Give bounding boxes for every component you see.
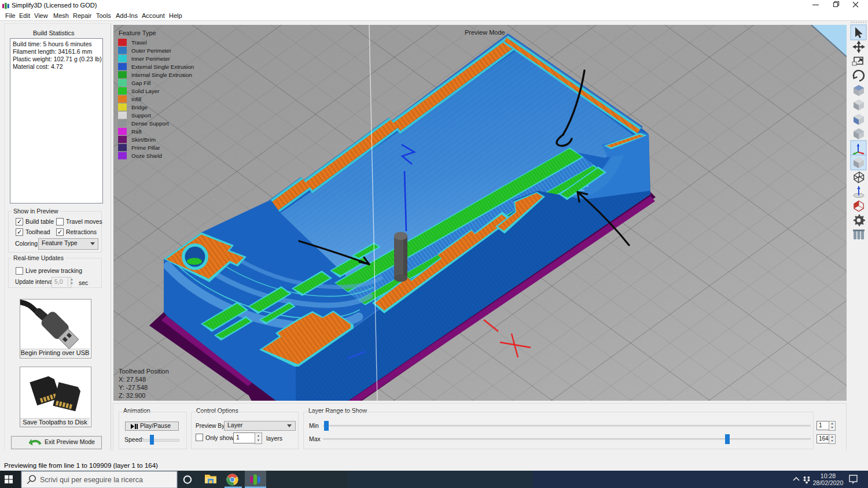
svg-text:Prime Pillar: Prime Pillar <box>131 145 160 151</box>
svg-text:Support: Support <box>131 112 151 119</box>
svg-text:Solid Layer: Solid Layer <box>131 88 160 94</box>
svg-text:Gap Fill: Gap Fill <box>131 80 150 86</box>
svg-text:X: 27.548: X: 27.548 <box>119 376 146 383</box>
svg-text:Inner Perimeter: Inner Perimeter <box>131 56 171 62</box>
svg-text:Scrivi qui per eseguire la ric: Scrivi qui per eseguire la ricerca <box>40 476 143 484</box>
svg-text:Raft: Raft <box>131 128 142 135</box>
svg-text:Bridge: Bridge <box>131 104 148 110</box>
svg-text:28/02/2020: 28/02/2020 <box>813 479 844 486</box>
svg-text:Outer Perimeter: Outer Perimeter <box>131 47 172 54</box>
svg-text:Ooze Shield: Ooze Shield <box>131 153 162 159</box>
svg-text:10:28: 10:28 <box>821 472 836 479</box>
svg-text:Preview Mode: Preview Mode <box>465 29 505 36</box>
svg-text:Toolhead Position: Toolhead Position <box>119 368 169 375</box>
svg-text:Internal Single Extrusion: Internal Single Extrusion <box>131 72 192 78</box>
svg-text:Z: 32.900: Z: 32.900 <box>119 392 145 399</box>
svg-text:Feature Type: Feature Type <box>119 29 156 36</box>
svg-text:Dense Support: Dense Support <box>131 120 169 127</box>
svg-text:Infill: Infill <box>131 96 141 102</box>
svg-text:Travel: Travel <box>131 39 147 46</box>
svg-text:Y: -27.548: Y: -27.548 <box>119 384 148 391</box>
svg-text:External Single Extrusion: External Single Extrusion <box>131 64 194 70</box>
svg-text:Skirt/Brim: Skirt/Brim <box>131 136 156 143</box>
